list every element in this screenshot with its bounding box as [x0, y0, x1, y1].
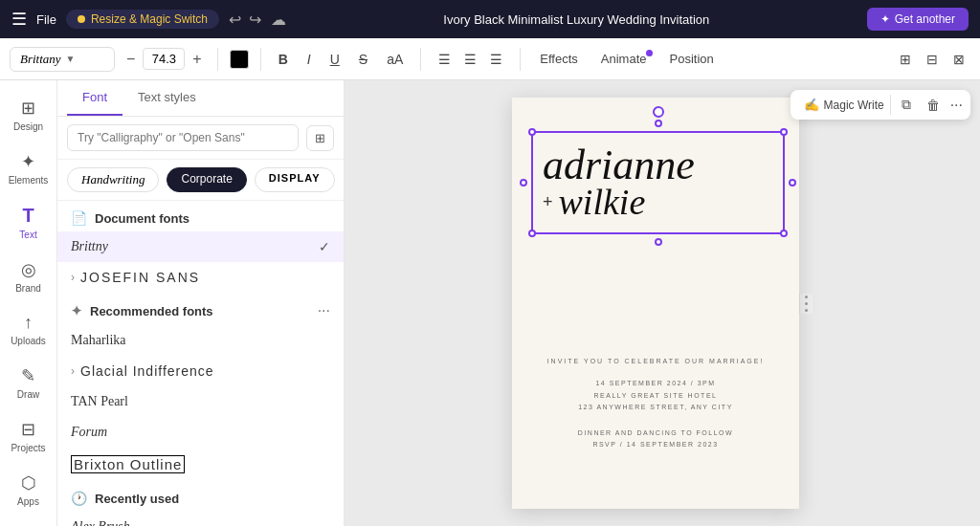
magic-switch-button[interactable]: Resize & Magic Switch [66, 10, 219, 29]
resize-handle-bl[interactable] [528, 230, 536, 237]
font-item-tan-pearl[interactable]: TAN Pearl [57, 386, 344, 417]
invite-subtitle: INVITE YOU TO CELEBRATE OUR MARRIAGE! [531, 358, 780, 364]
font-name-alex-brush: Alex Brush [71, 519, 330, 526]
sidebar-item-draw[interactable]: ✎ Draw [4, 358, 54, 407]
font-name-forum: Forum [71, 425, 330, 440]
resize-handle-tl[interactable] [528, 128, 536, 136]
strikethrough-button[interactable]: S [353, 48, 373, 71]
section-recently-used: 🕐 Recently used [57, 481, 344, 512]
font-size-increase-button[interactable]: + [189, 49, 205, 70]
sidebar-label-design: Design [13, 121, 43, 132]
underline-button[interactable]: U [324, 48, 345, 71]
sidebar-item-design[interactable]: ⊞ Design [4, 90, 54, 140]
resize-handle-tr[interactable] [780, 128, 788, 136]
style-tag-corporate[interactable]: Corporate [167, 167, 246, 192]
font-item-alex-brush[interactable]: Alex Brush [57, 512, 344, 526]
sidebar-item-apps[interactable]: ⬡ Apps [4, 465, 54, 515]
font-search-row: ⊞ [57, 117, 344, 160]
font-size-input[interactable] [143, 48, 185, 70]
separator-2 [260, 48, 261, 71]
sidebar-label-draw: Draw [17, 389, 39, 400]
case-button[interactable]: aA [381, 48, 409, 71]
font-name-maharlika: Maharlika [71, 333, 330, 348]
italic-button[interactable]: I [301, 48, 317, 71]
font-size-decrease-button[interactable]: − [122, 49, 139, 70]
align-center-button[interactable]: ☰ [458, 48, 482, 71]
rotate-handle[interactable] [653, 106, 664, 118]
text-color-swatch[interactable] [230, 50, 249, 69]
crop-icon-button[interactable]: ⊠ [947, 48, 970, 71]
style-tag-handwriting[interactable]: Handwriting [67, 167, 159, 192]
get-another-button[interactable]: ✦ Get another [867, 8, 969, 31]
undo-button[interactable]: ↩ [229, 11, 241, 29]
invite-date-venue: 14 SEPTEMBER 2024 / 3PM REALLY GREAT SIT… [531, 378, 780, 414]
font-panel: Font Text styles ⊞ Handwriting Corporate… [57, 80, 345, 526]
animate-button[interactable]: Animate [593, 48, 655, 70]
brand-icon: ◎ [21, 259, 36, 280]
invite-plus-sign: + [543, 192, 553, 212]
design-icon: ⊞ [21, 98, 35, 119]
sidebar-item-photos[interactable]: ▣ Photos [4, 518, 54, 526]
sidebar-item-uploads[interactable]: ↑ Uploads [4, 305, 54, 354]
elements-icon: ✦ [21, 151, 35, 172]
font-selector[interactable]: Brittany ▼ [10, 47, 115, 72]
undo-redo-group: ↩ ↪ [229, 11, 261, 29]
redo-button[interactable]: ↪ [249, 11, 261, 29]
tab-font[interactable]: Font [67, 80, 122, 116]
magic-write-label: Magic Write [824, 99, 884, 112]
font-name-brixton: Brixton Outline [71, 455, 330, 473]
file-menu[interactable]: File [36, 12, 56, 27]
magic-write-button[interactable]: ✍ Magic Write [798, 95, 891, 115]
draw-icon: ✎ [21, 365, 35, 386]
font-item-brittany[interactable]: Brittny ✓ [57, 231, 344, 262]
font-item-glacial[interactable]: › Glacial Indifference [57, 356, 344, 386]
sidebar-item-projects[interactable]: ⊟ Projects [4, 411, 54, 461]
recommended-icon: ✦ [71, 303, 82, 318]
glacial-expand-icon: › [71, 364, 75, 378]
resize-handle-t[interactable] [655, 120, 662, 127]
resize-handle-b[interactable] [655, 238, 662, 246]
invite-names-text-box[interactable]: adrianne + wilkie [531, 131, 785, 234]
tab-text-styles[interactable]: Text styles [122, 80, 212, 116]
handle-dot-2 [805, 302, 808, 305]
filter-icon-button[interactable]: ⊟ [921, 48, 944, 71]
sidebar-label-elements: Elements [9, 175, 49, 186]
invite-footer: DINNER AND DANCING TO FOLLOW RSVP / 14 S… [531, 427, 780, 451]
resize-handle-br[interactable] [780, 230, 788, 237]
resize-handle-r[interactable] [789, 179, 796, 186]
style-tag-display[interactable]: DISPLAY [255, 167, 335, 192]
hamburger-icon[interactable]: ☰ [11, 9, 27, 30]
canvas-page: adrianne + wilkie INVITE YOU TO C [512, 98, 799, 509]
delete-button[interactable]: 🗑 [922, 95, 945, 116]
get-another-label: Get another [895, 12, 955, 26]
font-item-maharlika[interactable]: Maharlika [57, 325, 344, 356]
canvas-area: ✍ Magic Write ⧉ 🗑 ··· adrianne + wilkie [345, 80, 980, 526]
projects-icon: ⊟ [21, 419, 35, 440]
sidebar-item-brand[interactable]: ◎ Brand [4, 252, 54, 301]
font-item-josefin[interactable]: › JOSEFIN SANS [57, 262, 344, 293]
effects-button[interactable]: Effects [532, 48, 586, 70]
align-left-button[interactable]: ☰ [433, 48, 457, 71]
font-item-brixton[interactable]: Brixton Outline [57, 448, 344, 481]
position-button[interactable]: Position [662, 48, 722, 70]
animate-label: Animate [601, 52, 647, 66]
text-toolbar: Brittany ▼ − + B I U S aA ☰ ☰ ☰ Effects … [0, 38, 980, 80]
canvas-right-handle[interactable] [799, 294, 813, 314]
resize-handle-l[interactable] [520, 179, 527, 186]
font-item-forum[interactable]: Forum [57, 417, 344, 448]
grid-icon-button[interactable]: ⊞ [894, 48, 917, 71]
sidebar-item-elements[interactable]: ✦ Elements [4, 143, 54, 193]
font-name-josefin: JOSEFIN SANS [80, 270, 330, 285]
filter-button[interactable]: ⊞ [306, 125, 334, 151]
align-right-button[interactable]: ☰ [484, 48, 508, 71]
animate-active-dot [646, 50, 653, 56]
more-options-button[interactable]: ··· [950, 97, 963, 114]
copy-button[interactable]: ⧉ [897, 94, 916, 116]
bold-button[interactable]: B [273, 48, 294, 71]
recommended-more-button[interactable]: ··· [318, 302, 330, 319]
style-tags-row: Handwriting Corporate DISPLAY [57, 160, 344, 201]
separator-3 [420, 48, 421, 71]
font-search-input[interactable] [67, 124, 299, 151]
font-panel-tabs: Font Text styles [57, 80, 344, 117]
sidebar-item-text[interactable]: T Text [4, 197, 54, 248]
